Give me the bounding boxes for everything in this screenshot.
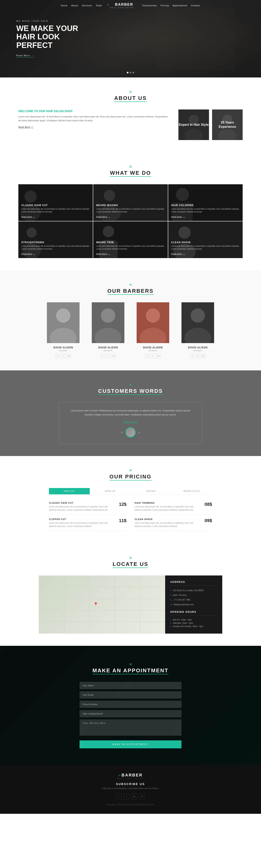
barber-facebook-2[interactable]: f xyxy=(100,354,105,358)
logo-icon: ✂ BARBER xyxy=(106,2,138,7)
tab-waxing[interactable]: WAXING xyxy=(130,488,171,494)
nav-appointment[interactable]: Appointment xyxy=(173,4,187,7)
about-card-expert: Expert In Hair Style xyxy=(178,110,209,140)
barber-linkedin-2[interactable]: in xyxy=(111,354,116,358)
appointment-header: ✕ MAKE AN APPOINTMENT xyxy=(16,662,245,674)
nav-team[interactable]: Team xyxy=(96,4,102,7)
barber-facebook-1[interactable]: f xyxy=(55,354,60,358)
about-card-experience-text: 25 Years Experience xyxy=(212,121,243,129)
service-name: CLASSIC HAIR CUT xyxy=(21,204,90,207)
scissors-icon: ✂ xyxy=(107,3,109,6)
barber-card-4: DAVID ALISON BARBER f t in xyxy=(177,302,218,358)
testimonial-prev-button[interactable]: ‹ xyxy=(121,431,122,434)
email-text: info@yourdomain.com xyxy=(173,603,194,607)
footer-facebook-icon[interactable]: f xyxy=(116,794,122,799)
appointment-submit-button[interactable]: MAKE AN APPOINTMENT xyxy=(80,740,181,748)
nav-home[interactable]: Home xyxy=(61,4,67,7)
address-line-1: ● 123 Street St, Locality, City 00000 xyxy=(170,589,217,592)
hours-text-3: Sunday and Sunday: 10am - 8pm xyxy=(173,625,203,627)
testimonial-avatar xyxy=(125,427,136,437)
service-link[interactable]: Read More → xyxy=(96,253,110,255)
hours-3: ● Sunday and Sunday: 10am - 8pm xyxy=(170,625,217,627)
service-link[interactable]: Read More → xyxy=(21,216,35,218)
svg-point-26 xyxy=(56,308,70,323)
service-link[interactable]: Read More → xyxy=(171,253,185,255)
tab-haircut[interactable]: HAIR CUT xyxy=(49,488,90,494)
footer: ✂ BARBER BEST HAIR SALON SUBSCRIBE US Su… xyxy=(0,765,261,814)
nav-testimonials[interactable]: Testimonials xyxy=(142,4,157,7)
barber-name-2: DAVID ALISON xyxy=(88,346,128,349)
hero-dot-3[interactable] xyxy=(133,72,134,73)
nav-links-left: Home About Services Team xyxy=(61,4,102,7)
about-read-more[interactable]: Read More ✕ xyxy=(18,126,33,128)
service-card-content: CLEAN SHAVE Lorem sed ullamcorper elit, … xyxy=(168,238,243,258)
arrow-right-icon: → xyxy=(108,216,110,218)
pricing-name-1: CLASSIC HAIR CUT xyxy=(49,502,114,504)
about-card-expert-text: Expert In Hair Style xyxy=(179,123,209,127)
hero-cta-button[interactable]: Read More → xyxy=(16,54,34,58)
arrow-right-icon: → xyxy=(108,253,110,255)
map-line xyxy=(39,587,165,587)
about-cards: Expert In Hair Style 25 Years Experience xyxy=(178,110,243,140)
nav-logo[interactable]: ✂ BARBER BEST HAIR SALON xyxy=(106,2,138,8)
footer-logo-sub: BEST HAIR SALON xyxy=(16,777,245,779)
pricing-table: CLASSIC HAIR CUT Lorem sed ullamcorper e… xyxy=(49,499,212,531)
service-card-content: CLASSIC HAIR CUT Lorem sed ullamcorper e… xyxy=(18,201,93,221)
hero-tagline: WE MAKE YOUR HAIR xyxy=(16,20,98,22)
name-input[interactable] xyxy=(80,682,181,689)
nav-services[interactable]: Services xyxy=(82,4,92,7)
phone-input[interactable] xyxy=(80,701,181,708)
hero-dot-1[interactable] xyxy=(127,72,128,73)
hero-dot-2[interactable] xyxy=(130,72,131,73)
barber-socials-1: f t in xyxy=(43,354,84,358)
logo-text: BARBER xyxy=(115,2,133,6)
nav-about[interactable]: About xyxy=(71,4,78,7)
service-name: BEARD TRIM xyxy=(96,241,165,244)
appointment-form: MAKE AN APPOINTMENT xyxy=(80,682,181,748)
service-textarea[interactable] xyxy=(80,719,181,736)
barber-facebook-3[interactable]: f xyxy=(145,354,150,358)
barber-name-4: DAVID ALISON xyxy=(177,346,218,349)
barber-twitter-4[interactable]: t xyxy=(196,354,200,358)
pricing-info-3: CLIPPER CUT Lorem sed ullamcorper elit, … xyxy=(49,518,114,528)
service-name: HAIR COLORING xyxy=(171,204,240,207)
barber-twitter-2[interactable]: t xyxy=(106,354,110,358)
service-card-beard-trim: BEARD TRIM Lorem sed ullamcorper elit, s… xyxy=(93,221,168,258)
address-phone: 📞 +71 345 567 7865 xyxy=(170,598,217,602)
pricing-desc-4: Lorem sed ullamcorper elit, sit amet lib… xyxy=(135,522,200,528)
footer-copyright: Copyright © 2022 Company name All rights… xyxy=(16,803,245,806)
hours-text-2: Saturday: 10am - 8pm xyxy=(173,622,193,624)
service-link[interactable]: Read More → xyxy=(171,216,185,218)
map-line xyxy=(140,576,140,633)
about-header: ✕ ABOUT US xyxy=(16,90,245,101)
hero-section: WE MAKE YOUR HAIR WE MAKE YOUR HAIR LOOK… xyxy=(0,0,261,78)
footer-linkedin-icon[interactable]: in xyxy=(139,794,145,799)
tab-beard-style[interactable]: BEARD STYLE xyxy=(171,488,212,494)
email-input[interactable] xyxy=(80,691,181,699)
barber-socials-2: f t in xyxy=(88,354,128,358)
service-link[interactable]: Read More → xyxy=(96,216,110,218)
footer-googleplus-icon[interactable]: g+ xyxy=(132,794,137,799)
nav-pricing[interactable]: Pricing xyxy=(161,4,169,7)
barber-facebook-4[interactable]: f xyxy=(190,354,195,358)
svg-point-29 xyxy=(101,308,115,323)
tab-makeup[interactable]: MAKE UP xyxy=(90,488,130,494)
date-input[interactable] xyxy=(80,710,181,717)
map-line xyxy=(64,576,64,633)
locate-inner: 📍 ADDRESS ● 123 Street St, Locality, Cit… xyxy=(39,576,222,633)
barber-twitter-1[interactable]: t xyxy=(61,354,65,358)
pricing-title: OUR PRICING xyxy=(16,473,245,480)
service-name: BEARD WAXING xyxy=(96,204,165,207)
service-card-clean-shave: CLEAN SHAVE Lorem sed ullamcorper elit, … xyxy=(168,221,243,258)
nav-contact[interactable]: Contact xyxy=(191,4,200,7)
barber-linkedin-4[interactable]: in xyxy=(201,354,206,358)
testimonial-read-more[interactable]: READ MORE xyxy=(67,421,194,423)
barber-linkedin-1[interactable]: in xyxy=(66,354,71,358)
service-link[interactable]: Read More → xyxy=(21,253,35,255)
barber-linkedin-3[interactable]: in xyxy=(156,354,161,358)
footer-twitter-icon[interactable]: t xyxy=(124,794,129,799)
footer-socials: f t g+ in xyxy=(16,794,245,799)
testimonial-next-button[interactable]: › xyxy=(139,431,140,434)
arrow-right-icon: → xyxy=(31,54,34,57)
barber-twitter-3[interactable]: t xyxy=(151,354,155,358)
